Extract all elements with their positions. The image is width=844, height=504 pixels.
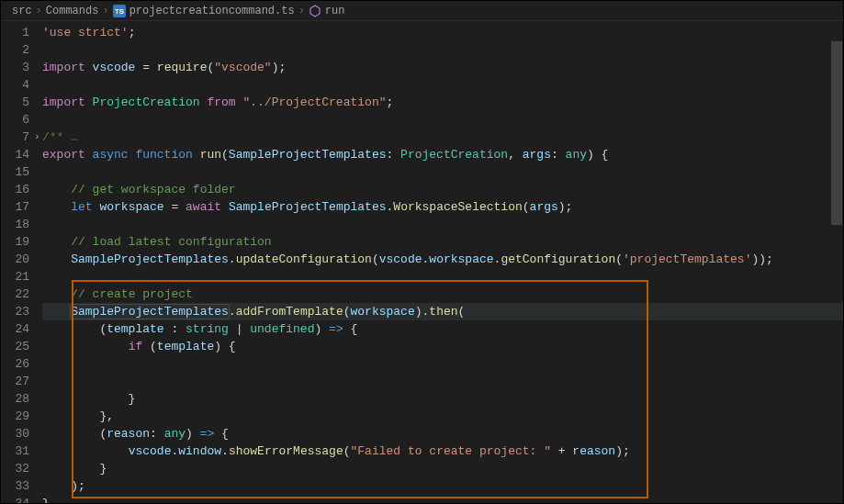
line-number: 20	[1, 251, 42, 268]
code-line[interactable]: // create project	[42, 286, 843, 303]
code-line[interactable]: SampleProjectTemplates.updateConfigurati…	[42, 251, 843, 268]
line-number: 27	[1, 373, 42, 390]
code-line[interactable]	[42, 355, 843, 373]
line-number: 6	[1, 111, 42, 129]
svg-text:TS: TS	[115, 7, 125, 16]
line-number: 14	[1, 146, 42, 163]
line-number: 5	[1, 94, 42, 111]
line-number: 30	[1, 425, 42, 442]
line-number: 21	[1, 268, 42, 286]
line-number: 33	[1, 477, 42, 495]
code-content[interactable]: 'use strict';import vscode = require("vs…	[42, 21, 843, 503]
scrollbar-thumb[interactable]	[831, 41, 842, 225]
code-line[interactable]	[42, 216, 843, 233]
code-line[interactable]: SampleProjectTemplates.addFromTemplate(w…	[42, 303, 843, 320]
breadcrumb-symbol[interactable]: run	[325, 5, 345, 17]
line-number: 15	[1, 163, 42, 181]
chevron-right-icon: ›	[298, 5, 305, 17]
method-icon	[309, 5, 321, 17]
typescript-file-icon: TS	[113, 5, 126, 17]
code-line[interactable]: let workspace = await SampleProjectTempl…	[42, 198, 843, 216]
code-line[interactable]: );	[42, 477, 843, 495]
breadcrumb-src[interactable]: src	[12, 5, 32, 17]
code-line[interactable]: /** …	[42, 129, 843, 146]
line-number: 24	[1, 320, 42, 338]
code-line[interactable]: // load latest configuration	[42, 233, 843, 251]
line-number: 25	[1, 338, 42, 355]
line-number: 28	[1, 390, 42, 408]
line-number: 4	[1, 76, 42, 94]
code-line[interactable]: export async function run(SampleProjectT…	[42, 146, 843, 163]
breadcrumb-file[interactable]: projectcreationcommand.ts	[129, 5, 295, 17]
code-editor[interactable]: 1234567141516171819202122232425262728293…	[1, 21, 843, 503]
line-number: 29	[1, 408, 42, 425]
code-line[interactable]: }	[42, 495, 843, 504]
line-number: 3	[1, 59, 42, 76]
code-line[interactable]: // get workspace folder	[42, 181, 843, 198]
code-line[interactable]: },	[42, 408, 843, 425]
line-number: 22	[1, 286, 42, 303]
code-line[interactable]: if (template) {	[42, 338, 843, 355]
vertical-scrollbar[interactable]	[831, 41, 842, 503]
breadcrumbs[interactable]: src › Commands › TS projectcreationcomma…	[1, 1, 843, 21]
code-line[interactable]: }	[42, 390, 843, 408]
line-number: 16	[1, 181, 42, 198]
code-line[interactable]: 'use strict';	[42, 24, 843, 41]
line-number: 1	[1, 24, 42, 41]
line-number: 17	[1, 198, 42, 216]
line-number: 32	[1, 460, 42, 477]
line-number: 31	[1, 442, 42, 460]
code-line[interactable]: (reason: any) => {	[42, 425, 843, 442]
line-number: 34	[1, 495, 42, 504]
line-number: 26	[1, 355, 42, 373]
code-line[interactable]	[42, 111, 843, 129]
code-line[interactable]	[42, 268, 843, 286]
line-number-gutter: 1234567141516171819202122232425262728293…	[1, 21, 42, 503]
code-line[interactable]: (template : string | undefined) => {	[42, 320, 843, 338]
code-line[interactable]	[42, 163, 843, 181]
code-line[interactable]: }	[42, 460, 843, 477]
chevron-right-icon: ›	[102, 5, 108, 17]
chevron-right-icon: ›	[36, 5, 42, 17]
code-line[interactable]	[42, 41, 843, 59]
fold-collapsed-icon[interactable]: ›	[34, 131, 40, 142]
line-number: 2	[1, 41, 42, 59]
code-line[interactable]: vscode.window.showErrorMessage("Failed t…	[42, 442, 843, 460]
line-number: 19	[1, 233, 42, 251]
code-line[interactable]	[42, 373, 843, 390]
breadcrumb-folder[interactable]: Commands	[46, 5, 99, 17]
code-line[interactable]	[42, 76, 843, 94]
code-line[interactable]: import ProjectCreation from "../ProjectC…	[42, 94, 843, 111]
code-line[interactable]: import vscode = require("vscode");	[42, 59, 843, 76]
line-number: 18	[1, 216, 42, 233]
line-number: 23	[1, 303, 42, 320]
